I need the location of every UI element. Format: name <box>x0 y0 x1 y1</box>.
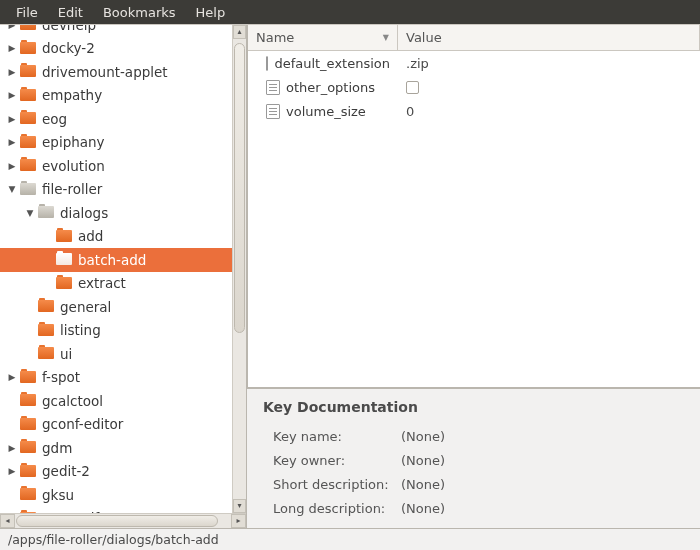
expander-icon[interactable]: ▶ <box>6 161 18 171</box>
right-pane: Name ▼ Value default_extension.zipother_… <box>247 25 700 528</box>
folder-icon <box>20 394 36 407</box>
tree-item-file-roller[interactable]: ▼file-roller <box>0 178 246 202</box>
tree-item-ui[interactable]: ui <box>0 342 246 366</box>
tree-hscrollbar[interactable]: ◂ ▸ <box>0 513 246 528</box>
tree-item-listing[interactable]: listing <box>0 319 246 343</box>
tree-item-general[interactable]: general <box>0 295 246 319</box>
tree-item-label: eog <box>42 111 67 127</box>
table-row[interactable]: volume_size0 <box>248 99 700 123</box>
expander-icon[interactable]: ▶ <box>6 372 18 382</box>
tree-item-gcalctool[interactable]: gcalctool <box>0 389 246 413</box>
tree-item-evolution[interactable]: ▶evolution <box>0 154 246 178</box>
key-value[interactable]: 0 <box>398 104 700 119</box>
menu-edit[interactable]: Edit <box>48 3 93 22</box>
col-value-label: Value <box>406 30 442 45</box>
folder-icon <box>20 89 36 102</box>
folder-icon <box>56 253 72 266</box>
key-name: default_extension <box>274 56 390 71</box>
tree-sidebar: ▶devhelp▶docky-2▶drivemount-applet▶empat… <box>0 25 247 528</box>
doc-keyowner-label: Key owner: <box>273 453 401 468</box>
expander-icon[interactable]: ▶ <box>6 114 18 124</box>
expander-icon[interactable]: ▶ <box>6 137 18 147</box>
table-body: default_extension.zipother_optionsvolume… <box>248 51 700 387</box>
menu-bookmarks[interactable]: Bookmarks <box>93 3 186 22</box>
tree-item-batch-add[interactable]: batch-add <box>0 248 246 272</box>
folder-icon <box>20 371 36 384</box>
doc-shortdesc-label: Short description: <box>273 477 401 492</box>
tree-item-eog[interactable]: ▶eog <box>0 107 246 131</box>
expander-icon[interactable]: ▶ <box>6 43 18 53</box>
key-name: other_options <box>286 80 375 95</box>
tree-item-label: empathy <box>42 87 102 103</box>
tree-item-gdm[interactable]: ▶gdm <box>0 436 246 460</box>
doc-keyname-label: Key name: <box>273 429 401 444</box>
tree-item-extract[interactable]: extract <box>0 272 246 296</box>
menubar: File Edit Bookmarks Help <box>0 0 700 24</box>
tree-item-epiphany[interactable]: ▶epiphany <box>0 131 246 155</box>
tree-item-label: gconf-editor <box>42 416 123 432</box>
col-name-label: Name <box>256 30 294 45</box>
tree-item-add[interactable]: add <box>0 225 246 249</box>
table-row[interactable]: default_extension.zip <box>248 51 700 75</box>
folder-icon <box>38 324 54 337</box>
expander-icon[interactable]: ▶ <box>6 25 18 30</box>
tree-item-empathy[interactable]: ▶empathy <box>0 84 246 108</box>
scroll-down-button[interactable]: ▾ <box>233 499 246 513</box>
tree-item-drivemount-applet[interactable]: ▶drivemount-applet <box>0 60 246 84</box>
tree-item-docky-2[interactable]: ▶docky-2 <box>0 37 246 61</box>
tree-item-label: add <box>78 228 103 244</box>
scroll-thumb[interactable] <box>234 43 245 333</box>
key-value[interactable]: .zip <box>398 56 700 71</box>
tree-item-gedit-2[interactable]: ▶gedit-2 <box>0 460 246 484</box>
expander-icon[interactable]: ▼ <box>24 208 36 218</box>
tree-item-gconf-editor[interactable]: gconf-editor <box>0 413 246 437</box>
expander-icon[interactable]: ▶ <box>6 466 18 476</box>
scroll-up-button[interactable]: ▴ <box>233 25 246 39</box>
scroll-right-button[interactable]: ▸ <box>231 514 246 528</box>
doc-keyname-value: (None) <box>401 429 684 444</box>
folder-icon <box>56 277 72 290</box>
tree-item-label: gedit-2 <box>42 463 90 479</box>
tree-item-label: ui <box>60 346 72 362</box>
expander-icon[interactable]: ▶ <box>6 90 18 100</box>
folder-icon <box>20 183 36 196</box>
tree-item-label: epiphany <box>42 134 105 150</box>
folder-icon <box>56 230 72 243</box>
tree-item-label: listing <box>60 322 101 338</box>
table-header: Name ▼ Value <box>248 25 700 51</box>
tree-item-devhelp[interactable]: ▶devhelp <box>0 25 246 37</box>
col-name-header[interactable]: Name ▼ <box>248 25 398 50</box>
doc-title: Key Documentation <box>263 399 684 415</box>
tree-item-label: batch-add <box>78 252 146 268</box>
folder-icon <box>20 112 36 125</box>
table-row[interactable]: other_options <box>248 75 700 99</box>
tree-item-label: evolution <box>42 158 105 174</box>
key-name: volume_size <box>286 104 366 119</box>
key-documentation-panel: Key Documentation Key name: (None) Key o… <box>247 388 700 528</box>
menu-help[interactable]: Help <box>186 3 236 22</box>
expander-icon[interactable]: ▼ <box>6 184 18 194</box>
doc-shortdesc-value: (None) <box>401 477 684 492</box>
hscroll-thumb[interactable] <box>16 515 218 527</box>
tree-item-label: dialogs <box>60 205 108 221</box>
tree-item-dialogs[interactable]: ▼dialogs <box>0 201 246 225</box>
menu-file[interactable]: File <box>6 3 48 22</box>
tree-item-gksu[interactable]: gksu <box>0 483 246 507</box>
tree-item-label: file-roller <box>42 181 102 197</box>
tree-item-label: f-spot <box>42 369 80 385</box>
tree-vscrollbar[interactable]: ▴ ▾ <box>232 25 246 513</box>
tree-item-f-spot[interactable]: ▶f-spot <box>0 366 246 390</box>
keys-table: Name ▼ Value default_extension.zipother_… <box>247 25 700 388</box>
doc-keyowner-value: (None) <box>401 453 684 468</box>
key-value[interactable] <box>398 81 700 94</box>
scroll-left-button[interactable]: ◂ <box>0 514 15 528</box>
folder-icon <box>20 159 36 172</box>
sort-indicator-icon: ▼ <box>383 33 389 42</box>
col-value-header[interactable]: Value <box>398 25 700 50</box>
checkbox[interactable] <box>406 81 419 94</box>
config-tree[interactable]: ▶devhelp▶docky-2▶drivemount-applet▶empat… <box>0 25 246 513</box>
expander-icon[interactable]: ▶ <box>6 67 18 77</box>
folder-icon <box>20 25 36 31</box>
status-path: /apps/file-roller/dialogs/batch-add <box>8 532 219 547</box>
expander-icon[interactable]: ▶ <box>6 443 18 453</box>
